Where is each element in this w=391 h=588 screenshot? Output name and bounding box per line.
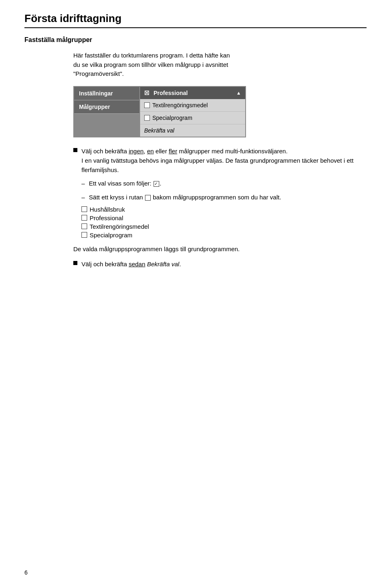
screen-right-item-textil: Textilrengöringsmedel — [140, 99, 245, 112]
main-content: Här fastställer du torktumlarens program… — [73, 51, 367, 269]
final-paragraph: De valda målgruppsprogrammen läggs till … — [73, 244, 367, 254]
checkbox-textil — [144, 102, 150, 108]
cb-textil — [81, 223, 87, 229]
screen-left-item-malgrupper: Målgrupper — [74, 100, 139, 114]
checkbox-list: Hushållsbruk Professional Textilrengörin… — [81, 206, 367, 239]
screen-right-item-special: Specialprogram — [140, 112, 245, 124]
screen-right-header-text: ☒ Professional — [144, 90, 188, 96]
dash-text-2: Sätt ett kryss i rutan bakom målgruppspr… — [89, 192, 281, 202]
checkbox-special — [144, 115, 150, 121]
dash-sym-2: – — [81, 192, 85, 202]
cb-specialprogram — [81, 232, 87, 238]
intro-line2: du se vilka program som tillhör vilken m… — [73, 61, 228, 68]
checkbox-list-item-professional: Professional — [81, 214, 367, 221]
inline-checked-checkbox — [154, 181, 159, 187]
screen-left-column: Inställningar Målgrupper — [74, 87, 139, 137]
title-divider — [24, 27, 367, 28]
scroll-up-arrow: ▲ — [236, 90, 241, 96]
screen-right-footer: Bekräfta val — [140, 124, 245, 137]
bullet-text-1: Välj och bekräfta ingen, en eller fler m… — [81, 146, 367, 175]
dash-text-1: Ett val visas som följer: . — [89, 179, 161, 188]
checkbox-list-item-specialprogram: Specialprogram — [81, 232, 367, 239]
bullet-item-2: Välj och bekräfta sedan Bekräfta val. — [73, 259, 367, 269]
dash-sym-1: – — [81, 179, 85, 188]
screen-right-header: ☒ Professional ▲ — [140, 87, 245, 99]
checkbox-list-item-textil: Textilrengöringsmedel — [81, 223, 367, 230]
cb-hushall — [81, 206, 87, 212]
screen-left-item-installningar: Inställningar — [74, 87, 139, 100]
bullet-square-1 — [73, 148, 77, 152]
cb-professional — [81, 215, 87, 221]
intro-line1: Här fastställer du torktumlarens program… — [73, 52, 230, 59]
section-subtitle: Fastställa målgrupper — [24, 36, 367, 44]
dash-item-2: – Sätt ett kryss i rutan bakom målgrupps… — [81, 192, 367, 202]
dash-item-1: – Ett val visas som följer: . — [81, 179, 367, 188]
page-number: 6 — [24, 569, 28, 576]
intro-line3: "Programöversikt". — [73, 70, 124, 77]
page-title: Första idrifttagning — [24, 12, 367, 25]
inline-empty-checkbox — [145, 195, 151, 201]
intro-paragraph: Här fastställer du torktumlarens program… — [73, 51, 367, 79]
bullet-text-2: Välj och bekräfta sedan Bekräfta val. — [81, 259, 181, 269]
checkbox-list-item-hushall: Hushållsbruk — [81, 206, 367, 213]
bullet-square-2 — [73, 261, 77, 265]
screen-right-column: ☒ Professional ▲ Textilrengöringsmedel S… — [139, 87, 245, 137]
screen-simulation: Inställningar Målgrupper ☒ Professional … — [73, 86, 246, 137]
checked-icon: ☒ — [144, 90, 149, 96]
bullet-item-1: Välj och bekräfta ingen, en eller fler m… — [73, 146, 367, 175]
